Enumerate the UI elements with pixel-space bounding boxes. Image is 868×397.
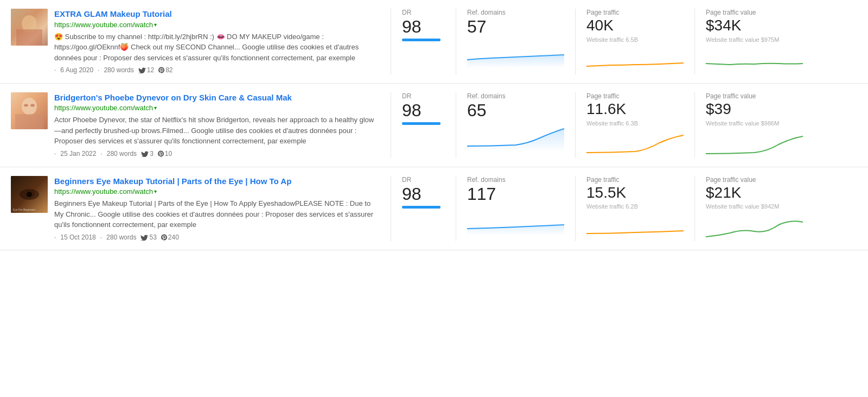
- twitter-meta: 12: [138, 66, 154, 74]
- twitter-meta: 3: [141, 150, 154, 157]
- ref-domains-chart: [467, 124, 564, 152]
- result-date: 6 Aug 2020: [60, 66, 93, 74]
- svg-point-6: [24, 104, 28, 106]
- page-traffic-value-value: $21K: [706, 185, 803, 201]
- result-main: Bridgerton's Phoebe Dynevor on Dry Skin …: [11, 92, 391, 158]
- page-traffic-value-sub: Website traffic value $942M: [706, 203, 803, 210]
- dr-value: 98: [402, 17, 445, 36]
- page-traffic-sub: Website traffic 6.5B: [586, 36, 684, 43]
- results-container: EXTRA GLAM Makeup Tutorial https://www.y…: [0, 0, 868, 250]
- thumbnail: [11, 92, 48, 129]
- page-traffic-value-label: Page traffic value: [706, 9, 803, 16]
- svg-rect-2: [16, 29, 42, 46]
- result-title[interactable]: Bridgerton's Phoebe Dynevor on Dry Skin …: [54, 93, 292, 102]
- ref-domains-chart: [467, 208, 564, 235]
- result-main: EXTRA GLAM Makeup Tutorial https://www.y…: [11, 9, 391, 74]
- svg-text:Eye For Beginners: Eye For Beginners: [13, 208, 36, 211]
- result-words: 280 words: [106, 234, 136, 241]
- result-date: 15 Oct 2018: [60, 234, 95, 241]
- dr-label: DR: [402, 176, 445, 184]
- url-arrow: ▾: [154, 22, 157, 28]
- ref-domains-column: Ref. domains 117: [456, 176, 575, 242]
- page-traffic-chart: [586, 131, 684, 158]
- result-url[interactable]: https://www.youtube.com/watch ▾: [54, 187, 378, 196]
- page-traffic-column: Page traffic 11.6K Website traffic 6.3B: [575, 92, 694, 158]
- ref-domains-value: 57: [467, 17, 564, 36]
- twitter-count: 3: [150, 150, 154, 157]
- page-traffic-label: Page traffic: [586, 9, 684, 16]
- result-row: Bridgerton's Phoebe Dynevor on Dry Skin …: [0, 84, 868, 167]
- result-main: Eye For Beginners Beginners Eye Makeup T…: [11, 176, 391, 242]
- content-area: Beginners Eye Makeup Tutorial | Parts of…: [54, 176, 378, 242]
- page-traffic-value-chart: [706, 131, 803, 158]
- svg-point-4: [22, 98, 37, 115]
- dr-column: DR 98: [391, 176, 456, 242]
- ref-domains-label: Ref. domains: [467, 176, 564, 184]
- page-traffic-value-column: Page traffic value $21K Website traffic …: [694, 176, 814, 242]
- page-traffic-value-chart: [706, 214, 803, 241]
- result-meta: · 25 Jan 2022 · 280 words 3 10: [54, 150, 378, 157]
- dr-label: DR: [402, 92, 445, 100]
- url-text: https://www.youtube.com/watch: [54, 104, 153, 112]
- url-text: https://www.youtube.com/watch: [54, 21, 153, 29]
- page-traffic-column: Page traffic 40K Website traffic 6.5B: [575, 9, 694, 74]
- page-traffic-label: Page traffic: [586, 92, 684, 100]
- pinterest-count: 10: [165, 150, 172, 157]
- page-traffic-value-chart: [706, 47, 803, 74]
- ref-domains-column: Ref. domains 57: [456, 9, 575, 74]
- pinterest-meta: 240: [161, 234, 179, 241]
- dr-column: DR 98: [391, 9, 456, 74]
- url-text: https://www.youtube.com/watch: [54, 187, 153, 196]
- page-traffic-sub: Website traffic 6.2B: [586, 203, 684, 210]
- dr-value: 98: [402, 101, 445, 120]
- pinterest-count: 82: [165, 66, 173, 74]
- thumbnail: Eye For Beginners: [11, 176, 48, 213]
- result-date: 25 Jan 2022: [60, 150, 96, 157]
- page-traffic-value: 15.5K: [586, 185, 684, 201]
- result-snippet: 😍 Subscribe to my channel : http://bit.l…: [54, 31, 378, 64]
- page-traffic-value-column: Page traffic value $34K Website traffic …: [694, 9, 814, 74]
- result-row: EXTRA GLAM Makeup Tutorial https://www.y…: [0, 0, 868, 84]
- page-traffic-value-value: $34K: [706, 17, 803, 34]
- result-meta: · 15 Oct 2018 · 280 words 53 240: [54, 234, 378, 241]
- pinterest-count: 240: [168, 234, 179, 241]
- page-traffic-sub: Website traffic 6.3B: [586, 120, 684, 127]
- svg-point-11: [27, 192, 32, 197]
- twitter-meta: 53: [141, 234, 156, 241]
- page-traffic-value-label: Page traffic value: [706, 92, 803, 100]
- page-traffic-value: 11.6K: [586, 101, 684, 118]
- svg-rect-5: [15, 114, 43, 129]
- result-title[interactable]: EXTRA GLAM Makeup Tutorial: [54, 9, 172, 18]
- result-words: 280 words: [107, 150, 137, 157]
- ref-domains-chart: [467, 41, 564, 68]
- page-traffic-value-sub: Website traffic value $975M: [706, 36, 803, 43]
- result-title[interactable]: Beginners Eye Makeup Tutorial | Parts of…: [54, 177, 291, 186]
- dr-value: 98: [402, 185, 445, 204]
- result-row: Eye For Beginners Beginners Eye Makeup T…: [0, 167, 868, 251]
- page-traffic-value-sub: Website traffic value $986M: [706, 120, 803, 127]
- dr-column: DR 98: [391, 92, 456, 158]
- ref-domains-value: 117: [467, 185, 564, 204]
- url-arrow: ▾: [154, 188, 157, 194]
- ref-domains-label: Ref. domains: [467, 9, 564, 16]
- page-traffic-value-label: Page traffic value: [706, 176, 803, 184]
- result-url[interactable]: https://www.youtube.com/watch ▾: [54, 104, 378, 112]
- dr-bar: [402, 122, 441, 125]
- result-words: 280 words: [104, 66, 133, 74]
- dr-bar: [402, 39, 441, 41]
- content-area: EXTRA GLAM Makeup Tutorial https://www.y…: [54, 9, 378, 74]
- twitter-count: 53: [149, 234, 156, 241]
- thumbnail: [11, 9, 48, 46]
- page-traffic-value-column: Page traffic value $39 Website traffic v…: [694, 92, 814, 158]
- pinterest-meta: 10: [158, 150, 172, 157]
- result-url[interactable]: https://www.youtube.com/watch ▾: [54, 21, 378, 29]
- result-snippet: Actor Phoebe Dynevor, the star of Netfli…: [54, 115, 378, 147]
- page-traffic-chart: [586, 214, 684, 241]
- page-traffic-chart: [586, 47, 684, 74]
- page-traffic-value: 40K: [586, 17, 684, 34]
- page-traffic-label: Page traffic: [586, 176, 684, 184]
- pinterest-meta: 82: [158, 66, 173, 74]
- twitter-count: 12: [147, 66, 154, 74]
- content-area: Bridgerton's Phoebe Dynevor on Dry Skin …: [54, 92, 378, 158]
- result-snippet: Beginners Eye Makeup Tutorial | Parts of…: [54, 198, 378, 230]
